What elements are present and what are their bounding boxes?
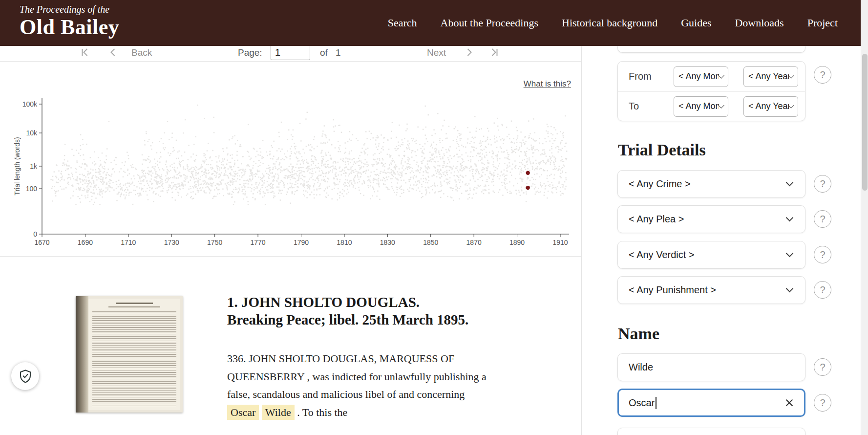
- svg-text:1850: 1850: [423, 239, 438, 246]
- page-heading-line: [116, 303, 152, 304]
- highlight-wilde: Wilde: [262, 405, 295, 420]
- result-title-line2: Breaking Peace; libel. 25th March 1895.: [227, 312, 468, 327]
- trial-details-heading: Trial Details: [618, 141, 706, 159]
- next-page-icon[interactable]: [463, 46, 475, 58]
- plea-select-value: < Any Plea >: [629, 214, 787, 225]
- first-page-icon[interactable]: [80, 46, 92, 58]
- nav-search[interactable]: Search: [388, 17, 417, 29]
- given-name-input[interactable]: Oscar: [617, 389, 805, 417]
- scrollbar-track[interactable]: [861, 0, 868, 435]
- svg-text:1790: 1790: [294, 239, 309, 246]
- svg-text:1730: 1730: [164, 239, 179, 246]
- svg-text:1750: 1750: [207, 239, 222, 246]
- to-year-value: < Any Year >: [748, 101, 789, 111]
- punishment-help-icon[interactable]: ?: [814, 281, 831, 299]
- scrollbar-thumb[interactable]: [862, 54, 868, 191]
- crime-select-value: < Any Crime >: [629, 178, 787, 190]
- name-heading: Name: [618, 325, 659, 343]
- next-input-partial[interactable]: [617, 428, 805, 435]
- date-range-card: From < Any Month > < Any Year > To < Any…: [617, 61, 805, 121]
- page: 100k10k1k1000167016901710173017501770179…: [0, 0, 868, 435]
- result-title[interactable]: 1. JOHN SHOLTO DOUGLAS. Breaking Peace; …: [227, 293, 471, 328]
- main-nav: Search About the Proceedings Historical …: [388, 0, 838, 46]
- nav-about[interactable]: About the Proceedings: [441, 17, 538, 29]
- svg-text:1870: 1870: [466, 239, 482, 246]
- next-label[interactable]: Next: [427, 47, 446, 58]
- pagination-divider: [0, 61, 582, 62]
- site-header: The Proceedings of the Old Bailey Search…: [0, 0, 868, 46]
- plea-select[interactable]: < Any Plea >: [617, 205, 805, 233]
- nav-project[interactable]: Project: [807, 17, 838, 29]
- svg-text:1690: 1690: [78, 239, 93, 246]
- highlight-oscar: Oscar: [227, 405, 259, 420]
- clear-icon[interactable]: [784, 398, 794, 408]
- to-label: To: [629, 101, 674, 112]
- search-filters-sidebar: From < Any Month > < Any Year > To < Any…: [617, 0, 842, 435]
- text-cursor: [656, 397, 656, 409]
- svg-text:1770: 1770: [251, 239, 266, 246]
- from-month-value: < Any Month >: [678, 71, 719, 82]
- crime-help-icon[interactable]: ?: [814, 175, 831, 193]
- given-name-value: Oscar: [629, 397, 655, 409]
- punishment-select-value: < Any Punishment >: [629, 284, 787, 296]
- svg-text:1830: 1830: [380, 239, 395, 246]
- snippet-text: 336. JOHN SHOLTO DOUGLAS, MARQUESS OF QU…: [227, 352, 487, 400]
- chevron-down-icon: [786, 179, 794, 187]
- main-sidebar-divider: [581, 46, 582, 435]
- of-label: of: [320, 47, 328, 58]
- chevron-down-icon: [718, 102, 724, 109]
- result-thumbnail[interactable]: [76, 296, 183, 413]
- to-row: To < Any Month > < Any Year >: [618, 91, 805, 121]
- surname-input[interactable]: Wilde: [617, 353, 805, 381]
- verdict-help-icon[interactable]: ?: [814, 246, 831, 263]
- to-month-value: < Any Month >: [678, 101, 719, 111]
- trial-length-chart[interactable]: 100k10k1k1000167016901710173017501770179…: [0, 68, 582, 254]
- privacy-settings-button[interactable]: [11, 362, 39, 390]
- svg-text:1670: 1670: [34, 239, 49, 246]
- chevron-down-icon: [786, 214, 794, 222]
- nav-historical-background[interactable]: Historical background: [562, 17, 657, 29]
- from-month-select[interactable]: < Any Month >: [674, 66, 728, 87]
- page-number-input[interactable]: [271, 44, 310, 60]
- prev-page-icon[interactable]: [107, 46, 119, 58]
- back-label[interactable]: Back: [131, 47, 152, 58]
- verdict-select[interactable]: < Any Verdict >: [617, 241, 805, 269]
- to-year-select[interactable]: < Any Year >: [743, 96, 798, 117]
- chevron-down-icon: [718, 72, 724, 79]
- total-pages: 1: [336, 47, 341, 58]
- page-subheading-line: [108, 306, 160, 307]
- surname-value: Wilde: [629, 362, 653, 373]
- chevron-down-icon: [786, 285, 794, 293]
- scanned-page: [88, 299, 180, 410]
- svg-text:0: 0: [33, 230, 37, 238]
- site-logo[interactable]: The Proceedings of the Old Bailey: [20, 3, 119, 39]
- book-spine: [76, 296, 88, 413]
- logo-tagline: The Proceedings of the: [20, 3, 119, 16]
- chevron-down-icon: [786, 250, 794, 258]
- what-is-this-link[interactable]: What is this?: [524, 79, 571, 89]
- from-year-select[interactable]: < Any Year >: [743, 66, 798, 87]
- surname-help-icon[interactable]: ?: [814, 358, 831, 376]
- from-row: From < Any Month > < Any Year >: [618, 62, 805, 91]
- punishment-select[interactable]: < Any Punishment >: [617, 276, 805, 304]
- nav-downloads[interactable]: Downloads: [735, 17, 783, 29]
- plea-help-icon[interactable]: ?: [814, 210, 831, 228]
- chevron-down-icon: [788, 72, 794, 79]
- result-snippet: 336. JOHN SHOLTO DOUGLAS, MARQUESS OF QU…: [227, 350, 491, 421]
- given-name-help-icon[interactable]: ?: [814, 394, 831, 412]
- from-label: From: [629, 71, 674, 82]
- chart-result-divider: [0, 256, 582, 257]
- date-help-icon[interactable]: ?: [814, 66, 831, 84]
- svg-text:1890: 1890: [509, 239, 525, 246]
- chevron-down-icon: [788, 102, 794, 109]
- nav-guides[interactable]: Guides: [681, 17, 711, 29]
- from-year-value: < Any Year >: [748, 71, 789, 82]
- crime-select[interactable]: < Any Crime >: [617, 170, 805, 198]
- shield-icon: [18, 369, 33, 384]
- page-text-lines: [92, 311, 176, 406]
- to-month-select[interactable]: < Any Month >: [674, 96, 728, 117]
- result-title-line1: 1. JOHN SHOLTO DOUGLAS.: [227, 293, 471, 311]
- svg-text:1910: 1910: [552, 239, 568, 246]
- last-page-icon[interactable]: [487, 46, 499, 58]
- svg-text:Trial length (words): Trial length (words): [13, 137, 21, 195]
